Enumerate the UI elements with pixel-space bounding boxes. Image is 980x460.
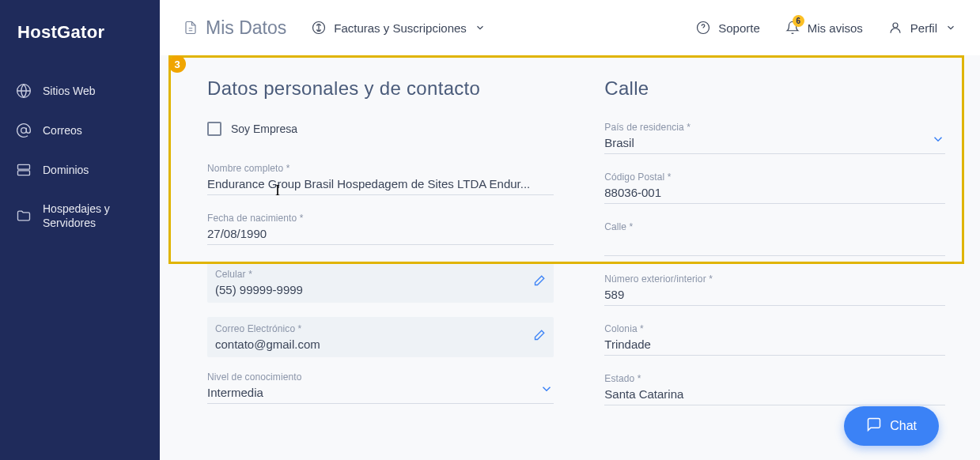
- at-icon: [16, 123, 32, 138]
- notices-badge: 6: [793, 15, 804, 27]
- company-checkbox-label: Soy Empresa: [231, 123, 297, 135]
- sidebar-item-label: Dominios: [43, 163, 89, 177]
- chat-icon: [866, 417, 882, 435]
- colony-field[interactable]: Colonia * Trindade: [604, 323, 945, 356]
- globe-icon: [16, 83, 32, 99]
- logo: HostGator: [0, 0, 160, 71]
- sidebar: HostGator Sitios Web Correos Dominios Ho…: [0, 0, 160, 460]
- dob-label: Fecha de nacimiento *: [207, 213, 554, 224]
- phone-field[interactable]: Celular * (55) 99999-9999: [207, 262, 554, 303]
- state-value: Santa Catarina: [604, 387, 945, 401]
- topbar-notices-label: Mis avisos: [808, 21, 863, 35]
- name-field[interactable]: Nombre completo * Endurance Group Brasil…: [207, 163, 554, 195]
- chevron-down-icon: [931, 132, 945, 149]
- dob-value: 27/08/1990: [207, 227, 554, 240]
- level-value: Intermedia: [207, 386, 302, 399]
- state-field[interactable]: Estado * Santa Catarina: [604, 373, 945, 405]
- company-checkbox[interactable]: [207, 122, 221, 136]
- sidebar-item-emails[interactable]: Correos: [0, 111, 160, 150]
- chevron-down-icon: [945, 22, 956, 33]
- topbar-profile-label: Perfil: [910, 21, 937, 35]
- server-icon: [16, 162, 32, 178]
- country-value: Brasil: [604, 136, 691, 149]
- svg-rect-2: [18, 164, 30, 169]
- street-value: [604, 236, 945, 251]
- topbar-profile[interactable]: Perfil: [888, 21, 956, 35]
- country-label: País de residencia *: [604, 122, 691, 133]
- colony-label: Colonia *: [604, 323, 945, 334]
- sidebar-item-label: Correos: [43, 123, 82, 138]
- topbar-billing[interactable]: Facturas y Suscripciones: [312, 21, 486, 35]
- svg-point-6: [893, 23, 898, 28]
- chevron-down-icon: [539, 382, 554, 399]
- postal-field[interactable]: Código Postal * 88036-001: [604, 172, 945, 204]
- postal-label: Código Postal *: [604, 172, 945, 183]
- postal-value: 88036-001: [604, 186, 945, 199]
- phone-value: (55) 99999-9999: [215, 283, 546, 296]
- state-label: Estado *: [604, 373, 945, 384]
- edit-icon[interactable]: [532, 274, 546, 292]
- section-title-personal: Datos personales y de contacto: [207, 77, 554, 100]
- sidebar-item-sites[interactable]: Sitios Web: [0, 71, 160, 111]
- email-value: contato@gmail.com: [215, 337, 546, 351]
- level-label: Nivel de conocimiento: [207, 371, 302, 383]
- country-select[interactable]: País de residencia * Brasil: [604, 122, 945, 154]
- svg-rect-3: [18, 171, 30, 175]
- topbar-billing-label: Facturas y Suscripciones: [334, 21, 467, 35]
- sidebar-item-label: Sitios Web: [43, 84, 96, 98]
- bell-icon: 6: [785, 21, 800, 35]
- chat-label: Chat: [890, 419, 917, 433]
- chevron-down-icon: [475, 22, 486, 33]
- company-checkbox-row[interactable]: Soy Empresa: [207, 122, 554, 136]
- topbar-support-label: Soporte: [718, 21, 760, 35]
- number-value: 589: [604, 288, 945, 301]
- name-label: Nombre completo *: [207, 163, 554, 174]
- topbar: Mis Datos Facturas y Suscripciones Sopor…: [160, 0, 980, 55]
- number-field[interactable]: Número exterior/interior * 589: [604, 273, 945, 306]
- user-icon: [888, 21, 902, 35]
- topbar-current-page: Mis Datos: [184, 17, 286, 39]
- topbar-current-label: Mis Datos: [206, 17, 286, 39]
- topbar-notices[interactable]: 6 Mis avisos: [785, 21, 863, 35]
- sidebar-item-label: Hospedajes y Servidores: [43, 202, 144, 230]
- document-icon: [184, 21, 198, 35]
- knowledge-level-select[interactable]: Nivel de conocimiento Intermedia: [207, 371, 554, 404]
- help-icon: [696, 21, 710, 35]
- chat-button[interactable]: Chat: [844, 406, 939, 446]
- email-field[interactable]: Correo Electrónico * contato@gmail.com: [207, 317, 554, 357]
- number-label: Número exterior/interior *: [604, 273, 945, 285]
- colony-value: Trindade: [604, 337, 945, 351]
- phone-label: Celular *: [215, 269, 546, 280]
- sidebar-item-domains[interactable]: Dominios: [0, 150, 160, 190]
- topbar-support[interactable]: Soporte: [696, 21, 760, 35]
- dollar-icon: [312, 21, 326, 35]
- svg-point-1: [21, 128, 27, 134]
- folder-icon: [16, 208, 32, 224]
- email-label: Correo Electrónico *: [215, 323, 546, 334]
- street-label: Calle *: [604, 221, 945, 232]
- dob-field[interactable]: Fecha de nacimiento * 27/08/1990: [207, 213, 554, 245]
- sidebar-item-hosting[interactable]: Hospedajes y Servidores: [0, 190, 160, 242]
- street-field[interactable]: Calle *: [604, 221, 945, 256]
- section-title-address: Calle: [604, 77, 945, 100]
- edit-icon[interactable]: [532, 329, 546, 346]
- name-value: Endurance Group Brasil Hospedagem de Sit…: [207, 177, 554, 190]
